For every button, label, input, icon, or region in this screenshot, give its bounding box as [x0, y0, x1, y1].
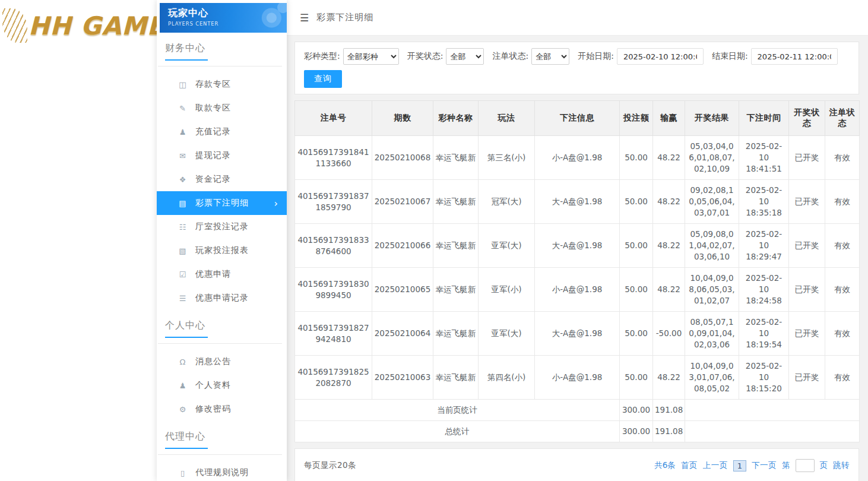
table-cell: 亚军(小) — [479, 268, 535, 312]
table-cell: 幸运飞艇新 — [433, 180, 479, 224]
table-cell: 幸运飞艇新 — [433, 136, 479, 180]
column-header: 期数 — [372, 101, 433, 136]
cashout-record-icon: ✉ — [178, 151, 188, 160]
sidebar-item[interactable]: ✉提现记录 — [157, 144, 287, 167]
end-date-input[interactable] — [751, 48, 838, 65]
pagination-jump-suffix: 页 — [820, 460, 828, 471]
end-date-label: 结束日期: — [712, 51, 748, 62]
table-cell: 10,04,09,08,06,05,03,01,02,07 — [685, 268, 739, 312]
pagination-current-page[interactable]: 1 — [733, 460, 746, 471]
table-head: 注单号期数彩种名称玩法下注信息投注额输赢开奖结果下注时间开奖状态注单状态 — [295, 101, 860, 136]
table-cell: 48.22 — [653, 268, 685, 312]
table-cell: 有效 — [825, 224, 860, 268]
sidebar-title: 玩家中心 — [168, 7, 287, 20]
pagination-jump-prefix: 第 — [782, 460, 790, 471]
table-panel: 注单号期数彩种名称玩法下注信息投注额输赢开奖结果下注时间开奖状态注单状态 401… — [294, 100, 859, 442]
sidebar-item[interactable]: ☑优惠申请 — [157, 262, 287, 286]
column-header: 输赢 — [653, 101, 685, 136]
sidebar-item[interactable]: ♟个人资料 — [157, 374, 287, 397]
sidebar-item-label: 取款专区 — [195, 103, 231, 113]
sidebar-item[interactable]: ▯代理规则说明 — [157, 461, 287, 481]
page-summary-empty — [685, 400, 860, 421]
page-summary-label: 当前页统计 — [295, 400, 620, 421]
logo-text: HH GAME — [28, 11, 164, 40]
chevron-right-icon: › — [274, 198, 278, 209]
logo-fan-icon — [2, 8, 27, 43]
sidebar-item-label: 彩票下注明细 — [195, 198, 249, 208]
withdraw-icon: ✎ — [178, 104, 188, 113]
sidebar-subtitle: PLAYERS CENTER — [168, 21, 287, 27]
grand-summary-winloss-total: 191.08 — [653, 421, 685, 442]
table-cell: 05,09,08,01,04,02,07,03,06,10 — [685, 224, 739, 268]
table-cell: 已开奖 — [789, 136, 825, 180]
sidebar-item[interactable]: ⚙修改密码 — [157, 397, 287, 421]
table-cell: 20250210064 — [372, 312, 433, 356]
page-summary-row: 当前页统计 300.00 191.08 — [295, 400, 860, 421]
sidebar-section-divider — [158, 454, 282, 455]
sidebar-item[interactable]: ▤彩票下注明细› — [157, 191, 287, 215]
pagination-jump-input[interactable] — [796, 459, 815, 472]
sidebar-item[interactable]: ✎取款专区 — [157, 96, 287, 120]
footer-panel: 每页显示20条 共6条 首页 上一页 1 下一页 第 页 跳转 — [294, 448, 859, 481]
topbar: ☰ 彩票下注明细 — [287, 0, 868, 36]
table-cell: 20250210067 — [372, 180, 433, 224]
sidebar-item[interactable]: ❖资金记录 — [157, 167, 287, 191]
hamburger-menu-icon[interactable]: ☰ — [300, 12, 309, 24]
sidebar-item-label: 个人资料 — [195, 380, 231, 391]
table-cell: 小-A盘@1.98 — [535, 136, 620, 180]
table-cell: 50.00 — [620, 136, 653, 180]
table-cell: 小-A盘@1.98 — [535, 356, 620, 400]
table-cell: 50.00 — [620, 312, 653, 356]
column-header: 投注额 — [620, 101, 653, 136]
table-cell: 50.00 — [620, 268, 653, 312]
column-header: 注单号 — [295, 101, 372, 136]
pagination-jump-button[interactable]: 跳转 — [833, 460, 850, 471]
sidebar-item[interactable]: ◫存款专区 — [157, 72, 287, 96]
table-cell: 大-A盘@1.98 — [535, 224, 620, 268]
lottery-bet-detail-icon: ▤ — [178, 199, 188, 208]
sidebar-item-label: 存款专区 — [195, 79, 231, 90]
sidebar-item[interactable]: ☰优惠申请记录 — [157, 286, 287, 310]
order-status-select[interactable]: 全部 — [531, 48, 569, 65]
lottery-type-select[interactable]: 全部彩种 — [343, 48, 399, 65]
table-cell: 10,04,09,03,01,07,06,08,05,02 — [685, 356, 739, 400]
table-cell: 已开奖 — [789, 312, 825, 356]
table-cell: 已开奖 — [789, 268, 825, 312]
sidebar-item[interactable]: Ω消息公告 — [157, 350, 287, 374]
sidebar-item[interactable]: ☷厅室投注记录 — [157, 215, 287, 239]
grand-summary-bet-total: 300.00 — [620, 421, 653, 442]
order-status-label: 注单状态: — [492, 51, 528, 62]
sidebar-item-label: 充值记录 — [195, 126, 231, 137]
sidebar-item-label: 厅室投注记录 — [195, 221, 249, 232]
draw-status-label: 开奖状态: — [407, 51, 443, 62]
table-cell: 2025-02-10 18:35:18 — [739, 180, 789, 224]
table-cell: 48.22 — [653, 224, 685, 268]
table-cell: 20250210063 — [372, 356, 433, 400]
draw-status-select[interactable]: 全部 — [446, 48, 484, 65]
table-summary: 当前页统计 300.00 191.08 总统计 300.00 191.08 — [295, 400, 860, 442]
player-bet-report-icon: ▧ — [178, 246, 188, 255]
table-cell: 亚军(大) — [479, 312, 535, 356]
pagination-prev-link[interactable]: 上一页 — [703, 460, 728, 471]
pagination-total: 共6条 — [654, 460, 676, 471]
sidebar-item[interactable]: ♟充值记录 — [157, 120, 287, 144]
sidebar-item[interactable]: ▧玩家投注报表 — [157, 239, 287, 262]
search-button[interactable]: 查询 — [304, 70, 342, 88]
recharge-record-icon: ♟ — [178, 128, 188, 137]
table-cell: 401569173918411133660 — [295, 136, 372, 180]
column-header: 开奖状态 — [789, 101, 825, 136]
table-cell: 48.22 — [653, 356, 685, 400]
column-header: 下注信息 — [535, 101, 620, 136]
pagination-first-link[interactable]: 首页 — [681, 460, 698, 471]
table-cell: 冠军(大) — [479, 180, 535, 224]
pagination-next-link[interactable]: 下一页 — [752, 460, 777, 471]
deposit-icon: ◫ — [178, 80, 188, 89]
start-date-input[interactable] — [617, 48, 704, 65]
grand-summary-empty — [685, 421, 860, 442]
grand-summary-label: 总统计 — [295, 421, 620, 442]
change-password-gear-icon: ⚙ — [178, 405, 188, 414]
table-cell: 401569173918309899450 — [295, 268, 372, 312]
table-row: 40156917391841113366020250210068幸运飞艇新第三名… — [295, 136, 860, 180]
sidebar-section-title: 财务中心 — [157, 33, 287, 61]
pagination: 共6条 首页 上一页 1 下一页 第 页 跳转 — [649, 459, 850, 472]
